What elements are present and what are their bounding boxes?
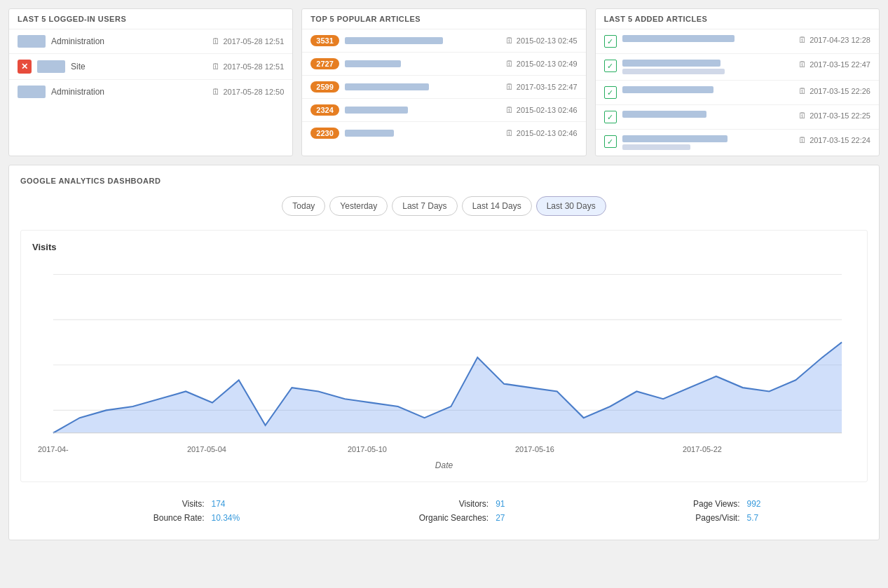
calendar-icon: 🗓 bbox=[798, 86, 807, 96]
calendar-icon: 🗓 bbox=[505, 128, 514, 138]
page-views-value: 992 bbox=[746, 499, 760, 509]
article-title bbox=[345, 37, 500, 44]
article-date: 2015-02-13 02:45 bbox=[517, 36, 578, 45]
user-row: ✕ Site 🗓 2017-05-28 12:51 bbox=[9, 54, 292, 80]
stat-pages-visit: Pages/Visit: 5.7 bbox=[662, 513, 760, 523]
added-date: 2017-03-15 22:25 bbox=[810, 111, 870, 120]
added-date: 2017-03-15 22:47 bbox=[810, 60, 870, 69]
calendar-icon: 🗓 bbox=[212, 87, 220, 97]
article-meta: 🗓 2015-02-13 02:46 bbox=[505, 128, 578, 138]
user-role: Administration bbox=[51, 36, 206, 46]
logged-in-users-list: Administration 🗓 2017-05-28 12:51 ✕ Site… bbox=[9, 29, 292, 104]
btn-last-30-days[interactable]: Last 30 Days bbox=[536, 196, 606, 216]
btn-yesterday[interactable]: Yesterday bbox=[329, 196, 388, 216]
added-info bbox=[622, 60, 793, 74]
check-icon: ✓ bbox=[604, 35, 617, 48]
chart-y-label: Visits bbox=[32, 242, 856, 252]
added-date: 2017-03-15 22:24 bbox=[810, 136, 870, 144]
added-row: ✓ 🗓 2017-03-15 22:26 bbox=[596, 81, 879, 105]
stats-group-visitors: Visitors: 91 Organic Searches: 27 bbox=[397, 499, 505, 523]
avatar bbox=[18, 86, 46, 98]
added-meta: 🗓 2017-04-23 12:28 bbox=[798, 35, 870, 45]
user-meta: 🗓 2017-05-28 12:51 bbox=[212, 62, 284, 71]
article-row: 2324 🗓 2015-02-13 02:46 bbox=[302, 99, 585, 122]
btn-last-7-days[interactable]: Last 7 Days bbox=[392, 196, 457, 216]
svg-text:28: 28 bbox=[49, 454, 57, 456]
analytics-buttons: Today Yesterday Last 7 Days Last 14 Days… bbox=[20, 196, 868, 216]
added-articles-panel: LAST 5 ADDED ARTICLES ✓ 🗓 2017-04-23 12:… bbox=[595, 8, 880, 156]
chart-container: Visits 2017-04- 28 2017-05-04 2017-05-10… bbox=[20, 230, 868, 482]
added-meta: 🗓 2017-03-15 22:25 bbox=[798, 111, 870, 121]
user-role: Administration bbox=[51, 87, 206, 97]
pages-visit-value: 5.7 bbox=[746, 513, 758, 523]
analytics-title: GOOGLE ANALYTICS DASHBOARD bbox=[20, 177, 868, 185]
article-meta: 🗓 2015-02-13 02:45 bbox=[505, 36, 578, 46]
calendar-icon: 🗓 bbox=[505, 59, 514, 69]
stat-visits: Visits: 174 bbox=[127, 499, 240, 509]
check-icon: ✓ bbox=[604, 111, 617, 123]
article-meta: 🗓 2015-02-13 02:46 bbox=[505, 105, 578, 115]
user-date: 2017-05-28 12:51 bbox=[223, 62, 284, 71]
stat-visitors: Visitors: 91 bbox=[397, 499, 505, 509]
stat-organic: Organic Searches: 27 bbox=[397, 513, 505, 523]
user-role: Site bbox=[71, 62, 206, 71]
calendar-icon: 🗓 bbox=[505, 105, 514, 115]
article-title bbox=[345, 130, 500, 137]
article-row: 2727 🗓 2015-02-13 02:49 bbox=[302, 53, 585, 76]
popular-articles-title: TOP 5 POPULAR ARTICLES bbox=[302, 9, 585, 29]
pages-visit-label: Pages/Visit: bbox=[662, 513, 739, 523]
svg-text:2017-05-04: 2017-05-04 bbox=[187, 444, 226, 453]
svg-text:2017-05-10: 2017-05-10 bbox=[348, 444, 387, 453]
analytics-section: GOOGLE ANALYTICS DASHBOARD Today Yesterd… bbox=[8, 165, 880, 540]
article-date: 2015-02-13 02:46 bbox=[517, 129, 578, 137]
added-date: 2017-03-15 22:26 bbox=[810, 87, 870, 95]
article-row: 2230 🗓 2015-02-13 02:46 bbox=[302, 122, 585, 144]
article-date: 2017-03-15 22:47 bbox=[517, 83, 578, 91]
user-meta: 🗓 2017-05-28 12:51 bbox=[212, 36, 284, 46]
added-info bbox=[622, 111, 793, 120]
article-meta: 🗓 2017-03-15 22:47 bbox=[505, 82, 578, 92]
visitors-label: Visitors: bbox=[397, 499, 489, 509]
user-row: Administration 🗓 2017-05-28 12:50 bbox=[9, 80, 292, 104]
added-row: ✓ 🗓 2017-03-15 22:25 bbox=[596, 105, 879, 130]
calendar-icon: 🗓 bbox=[505, 36, 514, 46]
article-title bbox=[345, 83, 500, 90]
logged-in-users-title: LAST 5 LOGGED-IN USERS bbox=[9, 9, 292, 29]
svg-text:2017-05-22: 2017-05-22 bbox=[683, 444, 722, 453]
user-date: 2017-05-28 12:50 bbox=[223, 88, 284, 96]
calendar-icon: 🗓 bbox=[798, 111, 807, 121]
stat-bounce: Bounce Rate: 10.34% bbox=[127, 513, 240, 523]
added-meta: 🗓 2017-03-15 22:47 bbox=[798, 60, 870, 69]
btn-today[interactable]: Today bbox=[282, 196, 325, 216]
bounce-rate-value: 10.34% bbox=[211, 513, 240, 523]
added-meta: 🗓 2017-03-15 22:24 bbox=[798, 135, 870, 145]
added-info bbox=[622, 135, 793, 150]
error-icon: ✕ bbox=[18, 60, 32, 74]
added-articles-title: LAST 5 ADDED ARTICLES bbox=[596, 9, 879, 29]
svg-text:2017-05-16: 2017-05-16 bbox=[515, 444, 554, 453]
visits-label: Visits: bbox=[127, 499, 204, 509]
user-row: Administration 🗓 2017-05-28 12:51 bbox=[9, 29, 292, 54]
article-row: 2599 🗓 2017-03-15 22:47 bbox=[302, 76, 585, 99]
calendar-icon: 🗓 bbox=[505, 82, 514, 92]
chart-x-label: Date bbox=[32, 460, 856, 470]
calendar-icon: 🗓 bbox=[212, 36, 220, 46]
user-date: 2017-05-28 12:51 bbox=[223, 37, 284, 46]
visits-chart: 2017-04- 28 2017-05-04 2017-05-10 2017-0… bbox=[32, 259, 856, 456]
btn-last-14-days[interactable]: Last 14 Days bbox=[462, 196, 532, 216]
article-date: 2015-02-13 02:46 bbox=[517, 106, 578, 114]
article-title bbox=[345, 60, 500, 67]
stats-row: Visits: 174 Bounce Rate: 10.34% Visitors… bbox=[20, 493, 868, 528]
visitors-value: 91 bbox=[496, 499, 505, 509]
added-row: ✓ 🗓 2017-03-15 22:47 bbox=[596, 54, 879, 81]
article-date: 2015-02-13 02:49 bbox=[517, 60, 578, 68]
svg-marker-4 bbox=[53, 342, 842, 432]
stats-group-visits: Visits: 174 Bounce Rate: 10.34% bbox=[127, 499, 240, 523]
article-count: 3531 bbox=[310, 35, 339, 46]
svg-text:2017-04-: 2017-04- bbox=[38, 444, 69, 453]
added-articles-list: ✓ 🗓 2017-04-23 12:28 ✓ 🗓 2017-03-15 22:4 bbox=[596, 29, 879, 156]
organic-searches-value: 27 bbox=[496, 513, 505, 523]
logged-in-users-panel: LAST 5 LOGGED-IN USERS Administration 🗓 … bbox=[8, 8, 293, 156]
article-count: 2599 bbox=[310, 81, 339, 93]
check-icon: ✓ bbox=[604, 135, 617, 148]
